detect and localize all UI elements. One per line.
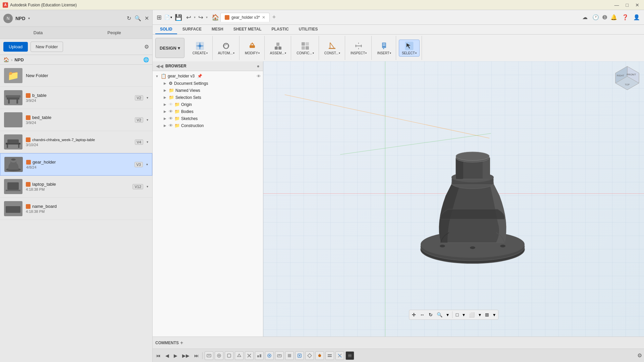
tree-eye[interactable]: 👁 [169, 109, 173, 114]
history-icon[interactable]: 🕐 [591, 13, 600, 22]
config-button[interactable]: CONFIC... ▾ [294, 40, 317, 56]
viewport[interactable]: FRONT RIGHT TOP ✛ ↔ ↻ 🔍 ▾ □ ▾ ⬜ ▾ [263, 61, 644, 337]
create-button[interactable]: CREATE ▾ [190, 40, 210, 56]
timeline-action-13[interactable] [325, 351, 334, 360]
list-item[interactable]: b_table 3/9/24 V2 ▾ [0, 87, 152, 109]
expand-arrow[interactable]: ▶ [163, 117, 167, 120]
expand-arrow[interactable]: ▶ [163, 88, 167, 92]
list-item[interactable]: chandni-chhabra_week-7_laptop-table 3/10… [0, 131, 152, 153]
bell-icon[interactable]: 🔔 [609, 13, 619, 22]
file-dropdown[interactable]: ▾ [170, 15, 172, 19]
ribbon-tab-mesh[interactable]: MESH [207, 25, 228, 34]
timeline-action-7[interactable] [265, 351, 274, 360]
timeline-action-1[interactable] [205, 351, 213, 360]
appearance-dropdown[interactable]: ▾ [477, 311, 482, 318]
refresh-icon[interactable]: ↻ [127, 15, 131, 21]
timeline-action-6[interactable] [255, 351, 264, 360]
inspect-button[interactable]: INSPECT ▾ [348, 40, 369, 56]
timeline-action-14[interactable] [335, 351, 344, 360]
automate-button[interactable]: AUTOM... ▾ [215, 40, 237, 56]
grid-icon[interactable]: ⊞ [155, 12, 163, 22]
tree-item-origin[interactable]: ▶ 👁 📁 Origin [153, 101, 263, 108]
minimize-button[interactable]: — [612, 2, 621, 8]
display-dropdown[interactable]: ▾ [461, 311, 466, 318]
version-badge[interactable]: V2 [135, 95, 143, 101]
list-item[interactable]: bed_table 3/9/24 V2 ▾ [0, 109, 152, 131]
file-menu[interactable]: 📄 ▾ [164, 15, 172, 20]
const-button[interactable]: CONST... ▾ [322, 40, 343, 56]
expand-arrow[interactable]: ▼ [155, 74, 159, 78]
add-comment-button[interactable]: + [180, 340, 183, 346]
browser-close-icon[interactable]: ● [257, 63, 260, 69]
document-tab[interactable]: gear_holder v3* ✕ [220, 13, 270, 22]
expand-arrow[interactable]: ▶ [163, 124, 167, 127]
list-item[interactable]: laptop_table 4:18:38 PM V12 ▾ [0, 176, 152, 198]
grid-dropdown[interactable]: ▾ [492, 311, 497, 318]
tree-eye[interactable]: 👁 [169, 102, 173, 107]
close-icon[interactable]: ✕ [145, 15, 149, 21]
settings-icon[interactable]: ⚙ [144, 44, 149, 50]
display-mode-icon[interactable]: □ [454, 311, 460, 318]
design-button[interactable]: DESIGN ▾ [155, 38, 184, 58]
grid-view-icon[interactable]: ⊞ [484, 311, 490, 318]
list-item-gear-holder[interactable]: gear_holder 4/8/24 V3 ▾ [0, 153, 152, 176]
tree-item-bodies[interactable]: ▶ 👁 📁 Bodies [153, 108, 263, 115]
tree-eye[interactable]: 👁 [169, 123, 173, 128]
timeline-next-button[interactable]: ▶▶ [181, 352, 191, 359]
profile-icon[interactable]: 👤 [632, 13, 641, 22]
new-tab-button[interactable]: + [270, 12, 279, 22]
tree-item-sketches[interactable]: ▶ 👁 📁 Sketches [153, 115, 263, 122]
ribbon-tab-sheet-metal[interactable]: SHEET METAL [229, 25, 266, 34]
timeline-action-9[interactable] [285, 351, 294, 360]
undo-arrow[interactable]: ▾ [194, 15, 196, 19]
tree-item-root[interactable]: ▼ 📋 gear_holder v3 📌 👁 [153, 72, 263, 80]
maximize-button[interactable]: □ [624, 2, 631, 8]
move-icon[interactable]: ✛ [411, 311, 417, 318]
timeline-settings-icon[interactable]: ⚙ [637, 352, 642, 359]
timeline-action-3[interactable] [225, 351, 233, 360]
insert-button[interactable]: INSERT ▾ [374, 40, 394, 56]
timeline-start-button[interactable]: ⏮ [155, 352, 162, 359]
expand-arrow[interactable]: ▶ [163, 96, 167, 99]
timeline-action-5[interactable] [245, 351, 254, 360]
timeline-action-10[interactable] [295, 351, 304, 360]
doc-tab-close[interactable]: ✕ [262, 15, 265, 20]
ribbon-tab-solid[interactable]: SOLID [155, 25, 177, 34]
ribbon-tab-plastic[interactable]: PLASTIC [267, 25, 293, 34]
upload-button[interactable]: Upload [3, 42, 28, 52]
zoom-icon[interactable]: 🔍 [435, 311, 444, 318]
browser-collapse-icon[interactable]: ◀◀ [156, 63, 163, 69]
nav-cube[interactable]: FRONT RIGHT TOP [614, 65, 641, 92]
ribbon-tab-utilities[interactable]: UTILITIES [294, 25, 323, 34]
ribbon-tab-surface[interactable]: SURFACE [178, 25, 206, 34]
list-item[interactable]: name_board 4:18:38 PM [0, 198, 152, 220]
search-icon[interactable]: 🔍 [135, 15, 141, 21]
tree-item-doc-settings[interactable]: ▶ ⚙ Document Settings [153, 80, 263, 87]
assem-button[interactable]: ASSEM... ▾ [267, 40, 289, 56]
zoom-dropdown[interactable]: ▾ [445, 311, 450, 318]
timeline-action-11[interactable] [305, 351, 314, 360]
close-button[interactable]: ✕ [633, 2, 641, 8]
select-button[interactable]: SELECT ▾ [399, 40, 420, 57]
modify-button[interactable]: MODIFY ▾ [242, 40, 262, 56]
home-icon[interactable]: 🏠 [3, 57, 9, 62]
undo-icon[interactable]: ↩ [185, 12, 193, 22]
new-folder-button[interactable]: New Folder [31, 42, 63, 52]
timeline-play-button[interactable]: ▶ [172, 352, 179, 359]
timeline-action-4[interactable] [235, 351, 244, 360]
pan-icon[interactable]: ↔ [419, 311, 426, 318]
cloud-icon[interactable]: ☁ [581, 13, 589, 22]
expand-arrow[interactable]: ▶ [163, 110, 167, 113]
timeline-action-2[interactable] [215, 351, 223, 360]
timeline-prev-button[interactable]: ◀ [164, 352, 170, 359]
timeline-end-button[interactable]: ⏭ [193, 352, 200, 359]
orbit-icon[interactable]: ↻ [427, 311, 434, 318]
version-badge[interactable]: V3 [135, 162, 143, 167]
tree-eye[interactable]: 👁 [169, 116, 173, 121]
tree-item-construction[interactable]: ▶ 👁 📁 Construction [153, 122, 263, 129]
version-badge[interactable]: V4 [135, 139, 143, 145]
home-icon[interactable]: 🏠 [210, 12, 220, 22]
tree-item-named-views[interactable]: ▶ 📁 Named Views [153, 87, 263, 94]
timeline-action-12[interactable] [315, 351, 324, 360]
redo-icon[interactable]: ↪ [197, 12, 205, 22]
